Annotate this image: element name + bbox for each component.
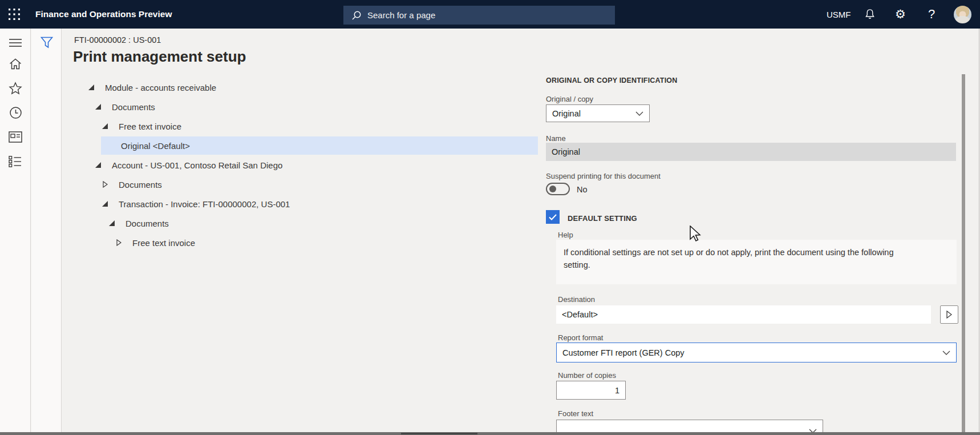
breadcrumb[interactable]: FTI-00000002 : US-001 [74,35,161,45]
tree: Module - accounts receivableDocumentsFre… [82,78,538,252]
report-format-select[interactable]: Customer FTI report (GER) Copy [556,343,957,362]
user-avatar[interactable] [954,6,971,23]
suspend-label: Suspend printing for this document [546,172,661,180]
tree-item-label: Documents [119,180,162,190]
search-placeholder: Search for a page [367,10,435,20]
tree-expander-icon[interactable] [102,200,108,207]
menu-hamburger-icon[interactable] [0,35,31,50]
vertical-scrollbar[interactable] [962,74,965,435]
copies-input[interactable]: 1 [556,381,626,400]
settings-gear-icon[interactable]: ⚙ [895,0,906,29]
tree-item-label: Free text invoice [132,238,195,248]
tree-item[interactable]: Documents [82,175,538,194]
app-launcher-icon[interactable] [7,7,22,22]
default-setting-label: DEFAULT SETTING [568,214,637,223]
favorites-star-icon[interactable] [0,80,31,95]
app-window: Finance and Operations Preview Search fo… [0,0,980,435]
mouse-cursor [689,225,702,243]
filter-funnel-icon[interactable] [31,35,62,50]
checkmark-icon [549,214,557,220]
app-title[interactable]: Finance and Operations Preview [35,0,172,29]
workspaces-icon[interactable] [0,130,31,144]
name-input: Original [546,143,956,161]
page-title: Print management setup [73,48,246,66]
chevron-down-icon [942,351,950,355]
tree-item[interactable]: Account - US-001, Contoso Retail San Die… [82,155,538,175]
tree-item-label: Original <Default> [121,141,190,151]
tree-item[interactable]: Free text invoice [82,233,538,252]
bottom-edge-text [401,433,477,434]
copies-label: Number of copies [558,371,616,380]
tree-item-label: Documents [112,102,155,112]
chevron-down-icon [635,111,643,116]
right-border [979,29,979,435]
tree-item[interactable]: Transaction - Invoice: FTI-00000002, US-… [82,194,538,214]
tree-item-label: Documents [125,219,169,228]
toggle-knob [549,186,556,192]
tree-item-label: Free text invoice [119,122,181,131]
tree-item[interactable]: Module - accounts receivable [82,78,538,97]
tree-expander-icon[interactable] [102,181,108,188]
destination-settings-button[interactable] [940,305,958,324]
help-label: Help [558,231,573,239]
section-header: ORIGINAL OR COPY IDENTIFICATION [546,76,678,84]
nav-rail [0,29,31,435]
tree-item-label: Transaction - Invoice: FTI-00000002, US-… [119,199,290,209]
name-label: Name [546,134,566,143]
original-copy-select[interactable]: Original [546,104,650,122]
help-text-box: If conditional settings are not set up o… [556,240,957,284]
destination-input[interactable]: <Default> [556,305,931,324]
home-icon[interactable] [0,57,31,71]
tree-item-label: Account - US-001, Contoso Retail San Die… [112,160,282,170]
bottom-edge-bar [0,432,980,435]
company-selector[interactable]: USMF [827,0,851,29]
tree-expander-icon[interactable] [88,84,94,91]
report-format-label: Report format [558,333,603,342]
top-bar: Finance and Operations Preview Search fo… [0,0,980,29]
tree-expander-icon[interactable] [116,239,122,246]
tree-item[interactable]: Original <Default> [82,136,538,155]
tree-item[interactable]: Documents [82,214,538,233]
suspend-value: No [577,185,588,194]
tree-expander-icon[interactable] [95,162,101,168]
default-setting-checkbox[interactable] [546,210,560,224]
tree-item-label: Module - accounts receivable [105,83,216,92]
tree-item[interactable]: Free text invoice [82,116,538,136]
help-icon[interactable]: ? [928,0,935,29]
modules-list-icon[interactable] [0,154,31,169]
tree-item[interactable]: Documents [82,97,538,116]
notifications-bell-icon[interactable] [864,0,876,29]
search-icon [351,10,362,21]
tree-expander-icon[interactable] [109,220,115,227]
tree-expander-icon[interactable] [95,103,101,110]
original-copy-label: Original / copy [546,95,593,103]
filter-rail [31,29,62,435]
search-input[interactable]: Search for a page [343,6,615,25]
tree-expander-icon[interactable] [102,123,108,130]
destination-label: Destination [558,295,595,304]
footer-text-label: Footer text [558,409,593,418]
recent-clock-icon[interactable] [0,105,31,120]
suspend-toggle[interactable] [546,183,570,195]
play-icon [946,311,952,319]
